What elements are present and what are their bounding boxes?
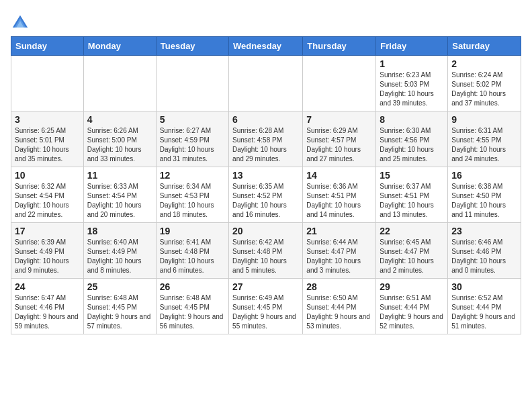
calendar-cell: 24Sunrise: 6:47 AM Sunset: 4:46 PM Dayli… <box>11 279 84 334</box>
cell-day-number: 4 <box>87 114 152 125</box>
calendar-cell: 27Sunrise: 6:49 AM Sunset: 4:45 PM Dayli… <box>229 279 303 334</box>
page: SundayMondayTuesdayWednesdayThursdayFrid… <box>0 0 532 341</box>
day-of-week-header: Saturday <box>448 37 521 56</box>
calendar-week-row: 17Sunrise: 6:39 AM Sunset: 4:49 PM Dayli… <box>11 223 521 279</box>
cell-day-number: 3 <box>15 114 80 125</box>
cell-day-number: 9 <box>451 114 517 125</box>
cell-info: Sunrise: 6:38 AM Sunset: 4:50 PM Dayligh… <box>451 182 517 220</box>
calendar-week-row: 10Sunrise: 6:32 AM Sunset: 4:54 PM Dayli… <box>11 167 521 223</box>
calendar-cell: 18Sunrise: 6:40 AM Sunset: 4:49 PM Dayli… <box>83 223 156 279</box>
cell-info: Sunrise: 6:45 AM Sunset: 4:47 PM Dayligh… <box>380 238 444 275</box>
logo <box>11 13 32 32</box>
day-of-week-header: Wednesday <box>229 37 303 56</box>
cell-day-number: 15 <box>380 170 444 181</box>
calendar-cell: 25Sunrise: 6:48 AM Sunset: 4:45 PM Dayli… <box>83 279 156 334</box>
day-of-week-header: Thursday <box>303 37 376 56</box>
calendar-cell: 16Sunrise: 6:38 AM Sunset: 4:50 PM Dayli… <box>448 167 521 223</box>
cell-info: Sunrise: 6:47 AM Sunset: 4:46 PM Dayligh… <box>15 293 80 331</box>
calendar-cell: 12Sunrise: 6:34 AM Sunset: 4:53 PM Dayli… <box>156 167 228 223</box>
cell-day-number: 7 <box>306 114 372 125</box>
cell-day-number: 19 <box>160 226 225 236</box>
cell-day-number: 5 <box>160 114 225 125</box>
cell-day-number: 21 <box>306 226 372 236</box>
calendar-cell: 29Sunrise: 6:51 AM Sunset: 4:44 PM Dayli… <box>376 279 448 334</box>
calendar-body: 1Sunrise: 6:23 AM Sunset: 5:03 PM Daylig… <box>11 56 521 334</box>
cell-day-number: 20 <box>232 226 299 236</box>
logo-icon <box>11 13 30 32</box>
cell-info: Sunrise: 6:25 AM Sunset: 5:01 PM Dayligh… <box>15 126 80 164</box>
cell-info: Sunrise: 6:41 AM Sunset: 4:48 PM Dayligh… <box>160 238 225 275</box>
day-of-week-header: Sunday <box>11 37 84 56</box>
cell-day-number: 1 <box>380 58 444 69</box>
calendar-cell <box>229 56 303 111</box>
cell-info: Sunrise: 6:48 AM Sunset: 4:45 PM Dayligh… <box>87 293 152 331</box>
calendar-cell: 4Sunrise: 6:26 AM Sunset: 5:00 PM Daylig… <box>83 111 156 167</box>
calendar-cell: 14Sunrise: 6:36 AM Sunset: 4:51 PM Dayli… <box>303 167 376 223</box>
calendar-cell: 2Sunrise: 6:24 AM Sunset: 5:02 PM Daylig… <box>448 56 521 111</box>
calendar-cell: 5Sunrise: 6:27 AM Sunset: 4:59 PM Daylig… <box>156 111 228 167</box>
cell-info: Sunrise: 6:46 AM Sunset: 4:46 PM Dayligh… <box>451 238 517 275</box>
cell-day-number: 14 <box>306 170 372 181</box>
calendar-cell: 21Sunrise: 6:44 AM Sunset: 4:47 PM Dayli… <box>303 223 376 279</box>
calendar-header: SundayMondayTuesdayWednesdayThursdayFrid… <box>11 37 521 56</box>
cell-info: Sunrise: 6:42 AM Sunset: 4:48 PM Dayligh… <box>232 238 299 275</box>
calendar-cell <box>303 56 376 111</box>
cell-info: Sunrise: 6:24 AM Sunset: 5:02 PM Dayligh… <box>451 71 517 108</box>
cell-day-number: 13 <box>232 170 299 181</box>
calendar-cell: 19Sunrise: 6:41 AM Sunset: 4:48 PM Dayli… <box>156 223 228 279</box>
cell-day-number: 24 <box>15 281 80 292</box>
cell-info: Sunrise: 6:23 AM Sunset: 5:03 PM Dayligh… <box>380 71 444 108</box>
day-of-week-header: Monday <box>83 37 156 56</box>
calendar-cell: 3Sunrise: 6:25 AM Sunset: 5:01 PM Daylig… <box>11 111 84 167</box>
cell-day-number: 23 <box>451 226 517 236</box>
cell-info: Sunrise: 6:37 AM Sunset: 4:51 PM Dayligh… <box>380 182 444 220</box>
cell-day-number: 6 <box>232 114 299 125</box>
calendar-cell: 30Sunrise: 6:52 AM Sunset: 4:44 PM Dayli… <box>448 279 521 334</box>
calendar-cell: 13Sunrise: 6:35 AM Sunset: 4:52 PM Dayli… <box>229 167 303 223</box>
cell-info: Sunrise: 6:31 AM Sunset: 4:55 PM Dayligh… <box>451 126 517 164</box>
calendar-cell <box>156 56 228 111</box>
cell-day-number: 25 <box>87 281 152 292</box>
calendar-week-row: 1Sunrise: 6:23 AM Sunset: 5:03 PM Daylig… <box>11 56 521 111</box>
calendar-cell <box>11 56 84 111</box>
cell-day-number: 29 <box>380 281 444 292</box>
cell-info: Sunrise: 6:51 AM Sunset: 4:44 PM Dayligh… <box>380 293 444 331</box>
calendar-cell: 6Sunrise: 6:28 AM Sunset: 4:58 PM Daylig… <box>229 111 303 167</box>
cell-info: Sunrise: 6:36 AM Sunset: 4:51 PM Dayligh… <box>306 182 372 220</box>
cell-info: Sunrise: 6:49 AM Sunset: 4:45 PM Dayligh… <box>232 293 299 331</box>
cell-info: Sunrise: 6:30 AM Sunset: 4:56 PM Dayligh… <box>380 126 444 164</box>
calendar-cell: 8Sunrise: 6:30 AM Sunset: 4:56 PM Daylig… <box>376 111 448 167</box>
cell-info: Sunrise: 6:48 AM Sunset: 4:45 PM Dayligh… <box>160 293 225 331</box>
cell-day-number: 2 <box>451 58 517 69</box>
calendar-cell: 20Sunrise: 6:42 AM Sunset: 4:48 PM Dayli… <box>229 223 303 279</box>
cell-info: Sunrise: 6:44 AM Sunset: 4:47 PM Dayligh… <box>306 238 372 275</box>
calendar-cell: 7Sunrise: 6:29 AM Sunset: 4:57 PM Daylig… <box>303 111 376 167</box>
calendar-cell: 28Sunrise: 6:50 AM Sunset: 4:44 PM Dayli… <box>303 279 376 334</box>
cell-info: Sunrise: 6:34 AM Sunset: 4:53 PM Dayligh… <box>160 182 225 220</box>
cell-info: Sunrise: 6:40 AM Sunset: 4:49 PM Dayligh… <box>87 238 152 275</box>
calendar-cell: 15Sunrise: 6:37 AM Sunset: 4:51 PM Dayli… <box>376 167 448 223</box>
day-of-week-header: Tuesday <box>156 37 228 56</box>
cell-info: Sunrise: 6:29 AM Sunset: 4:57 PM Dayligh… <box>306 126 372 164</box>
cell-info: Sunrise: 6:28 AM Sunset: 4:58 PM Dayligh… <box>232 126 299 164</box>
cell-day-number: 10 <box>15 170 80 181</box>
cell-day-number: 30 <box>451 281 517 292</box>
cell-info: Sunrise: 6:39 AM Sunset: 4:49 PM Dayligh… <box>15 238 80 275</box>
header-row: SundayMondayTuesdayWednesdayThursdayFrid… <box>11 37 521 56</box>
calendar-cell <box>83 56 156 111</box>
cell-info: Sunrise: 6:32 AM Sunset: 4:54 PM Dayligh… <box>15 182 80 220</box>
cell-day-number: 27 <box>232 281 299 292</box>
cell-day-number: 12 <box>160 170 225 181</box>
calendar-cell: 1Sunrise: 6:23 AM Sunset: 5:03 PM Daylig… <box>376 56 448 111</box>
calendar-week-row: 3Sunrise: 6:25 AM Sunset: 5:01 PM Daylig… <box>11 111 521 167</box>
cell-day-number: 8 <box>380 114 444 125</box>
cell-info: Sunrise: 6:50 AM Sunset: 4:44 PM Dayligh… <box>306 293 372 331</box>
cell-day-number: 18 <box>87 226 152 236</box>
cell-info: Sunrise: 6:52 AM Sunset: 4:44 PM Dayligh… <box>451 293 517 331</box>
cell-info: Sunrise: 6:26 AM Sunset: 5:00 PM Dayligh… <box>87 126 152 164</box>
calendar-cell: 22Sunrise: 6:45 AM Sunset: 4:47 PM Dayli… <box>376 223 448 279</box>
calendar-cell: 17Sunrise: 6:39 AM Sunset: 4:49 PM Dayli… <box>11 223 84 279</box>
cell-day-number: 11 <box>87 170 152 181</box>
calendar-cell: 9Sunrise: 6:31 AM Sunset: 4:55 PM Daylig… <box>448 111 521 167</box>
calendar-table: SundayMondayTuesdayWednesdayThursdayFrid… <box>11 36 521 334</box>
